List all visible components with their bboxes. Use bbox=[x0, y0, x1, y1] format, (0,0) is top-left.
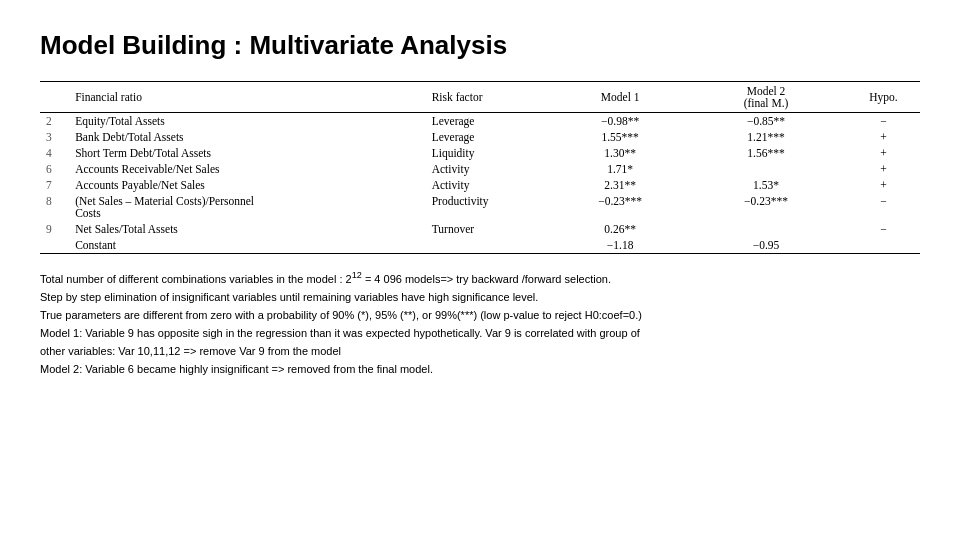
col-num bbox=[40, 82, 69, 113]
cell-hypo bbox=[847, 237, 920, 254]
cell-risk: Turnover bbox=[426, 221, 556, 237]
cell-num: 4 bbox=[40, 145, 69, 161]
cell-risk: Leverage bbox=[426, 129, 556, 145]
cell-risk: Productivity bbox=[426, 193, 556, 221]
cell-model2: −0.85** bbox=[685, 113, 847, 130]
table-header-row: Financial ratio Risk factor Model 1 Mode… bbox=[40, 82, 920, 113]
cell-num: 8 bbox=[40, 193, 69, 221]
table-row: 8(Net Sales – Material Costs)/PersonnelC… bbox=[40, 193, 920, 221]
cell-model2 bbox=[685, 161, 847, 177]
note-line: True parameters are different from zero … bbox=[40, 307, 920, 324]
table-row: 6Accounts Receivable/Net SalesActivity1.… bbox=[40, 161, 920, 177]
note-line: other variables: Var 10,11,12 => remove … bbox=[40, 343, 920, 360]
cell-model1: 0.26** bbox=[555, 221, 685, 237]
cell-risk: Leverage bbox=[426, 113, 556, 130]
cell-risk bbox=[426, 237, 556, 254]
note-line: Total number of different combinations v… bbox=[40, 268, 920, 288]
cell-ratio: Accounts Receivable/Net Sales bbox=[69, 161, 426, 177]
cell-model2: 1.53* bbox=[685, 177, 847, 193]
cell-num bbox=[40, 237, 69, 254]
cell-model2 bbox=[685, 221, 847, 237]
col-hypo: Hypo. bbox=[847, 82, 920, 113]
cell-model2: −0.95 bbox=[685, 237, 847, 254]
data-table: Financial ratio Risk factor Model 1 Mode… bbox=[40, 81, 920, 254]
cell-hypo: − bbox=[847, 193, 920, 221]
cell-model1: 1.55*** bbox=[555, 129, 685, 145]
col-model2: Model 2(final M.) bbox=[685, 82, 847, 113]
col-model1: Model 1 bbox=[555, 82, 685, 113]
cell-model1: −1.18 bbox=[555, 237, 685, 254]
cell-ratio: Constant bbox=[69, 237, 426, 254]
cell-num: 3 bbox=[40, 129, 69, 145]
cell-model1: 1.71* bbox=[555, 161, 685, 177]
cell-hypo: + bbox=[847, 145, 920, 161]
cell-ratio: (Net Sales – Material Costs)/PersonnelCo… bbox=[69, 193, 426, 221]
notes-section: Total number of different combinations v… bbox=[40, 268, 920, 378]
cell-ratio: Bank Debt/Total Assets bbox=[69, 129, 426, 145]
cell-num: 2 bbox=[40, 113, 69, 130]
cell-num: 7 bbox=[40, 177, 69, 193]
note-line: Model 2: Variable 6 became highly insign… bbox=[40, 361, 920, 378]
table-row: 3Bank Debt/Total AssetsLeverage1.55***1.… bbox=[40, 129, 920, 145]
cell-hypo: + bbox=[847, 129, 920, 145]
cell-ratio: Equity/Total Assets bbox=[69, 113, 426, 130]
cell-ratio: Accounts Payable/Net Sales bbox=[69, 177, 426, 193]
cell-model1: 2.31** bbox=[555, 177, 685, 193]
cell-model2: 1.56*** bbox=[685, 145, 847, 161]
table-row: 2Equity/Total AssetsLeverage−0.98**−0.85… bbox=[40, 113, 920, 130]
cell-model2: −0.23*** bbox=[685, 193, 847, 221]
cell-num: 6 bbox=[40, 161, 69, 177]
cell-model1: −0.23*** bbox=[555, 193, 685, 221]
table-row: 7Accounts Payable/Net SalesActivity2.31*… bbox=[40, 177, 920, 193]
table-row: 4Short Term Debt/Total AssetsLiquidity1.… bbox=[40, 145, 920, 161]
cell-num: 9 bbox=[40, 221, 69, 237]
cell-hypo: − bbox=[847, 113, 920, 130]
cell-model2: 1.21*** bbox=[685, 129, 847, 145]
cell-risk: Activity bbox=[426, 161, 556, 177]
cell-model1: −0.98** bbox=[555, 113, 685, 130]
page-title: Model Building : Multivariate Analysis bbox=[40, 30, 920, 61]
cell-hypo: + bbox=[847, 177, 920, 193]
cell-ratio: Net Sales/Total Assets bbox=[69, 221, 426, 237]
cell-ratio: Short Term Debt/Total Assets bbox=[69, 145, 426, 161]
note-line: Step by step elimination of insignifican… bbox=[40, 289, 920, 306]
cell-risk: Liquidity bbox=[426, 145, 556, 161]
cell-hypo: − bbox=[847, 221, 920, 237]
table-row: Constant−1.18−0.95 bbox=[40, 237, 920, 254]
table-row: 9Net Sales/Total AssetsTurnover0.26**− bbox=[40, 221, 920, 237]
cell-model1: 1.30** bbox=[555, 145, 685, 161]
cell-hypo: + bbox=[847, 161, 920, 177]
col-ratio: Financial ratio bbox=[69, 82, 426, 113]
cell-risk: Activity bbox=[426, 177, 556, 193]
note-line: Model 1: Variable 9 has opposite sigh in… bbox=[40, 325, 920, 342]
col-risk: Risk factor bbox=[426, 82, 556, 113]
